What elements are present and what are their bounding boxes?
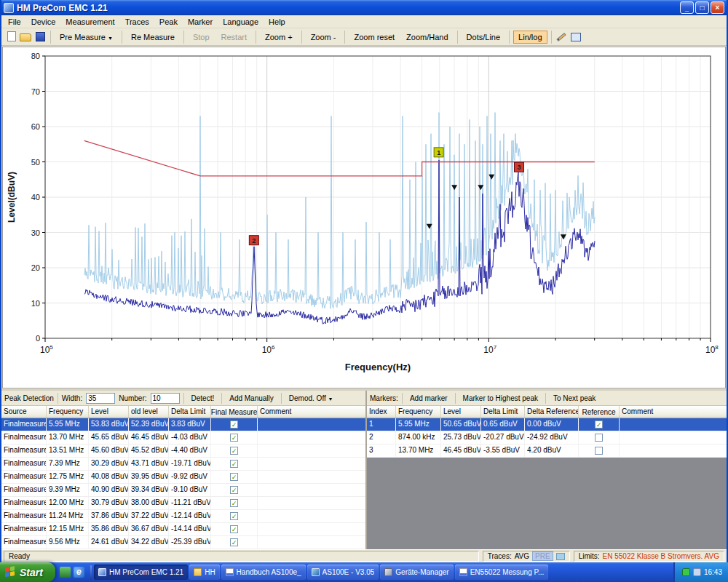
- menu-item-measurement[interactable]: Measurement: [60, 16, 119, 28]
- column-header[interactable]: Index: [367, 406, 396, 418]
- menu-item-file[interactable]: File: [3, 16, 26, 28]
- menu-item-peak[interactable]: Peak: [154, 16, 183, 28]
- peak-table-row[interactable]: Finalmeasure11.24 MHz37.86 dBuV37.22 dBu…: [1, 510, 365, 523]
- table-cell: 12.15 MHz: [47, 523, 89, 535]
- menu-item-marker[interactable]: Marker: [183, 16, 218, 28]
- table-cell: 39.95 dBuV: [129, 471, 169, 483]
- tray-volume-icon[interactable]: [693, 568, 701, 576]
- to-next-peak-button[interactable]: To Next peak: [550, 394, 599, 403]
- chart-marker-1[interactable]: 1: [434, 148, 443, 157]
- menu-item-language[interactable]: Language: [218, 16, 264, 28]
- title-bar[interactable]: HM PreCom EMC 1.21 _ □ ×: [1, 0, 727, 15]
- peak-table-row[interactable]: Finalmeasure9.56 MHz24.61 dBuV34.22 dBuV…: [1, 536, 365, 549]
- toolbar-separator: [122, 31, 122, 44]
- open-file-icon[interactable]: [20, 31, 31, 42]
- checkbox[interactable]: ✓: [230, 512, 238, 520]
- taskbar-item[interactable]: HM PreCom EMC 1.21: [94, 565, 188, 580]
- peak-table-row[interactable]: Finalmeasure13.70 MHz45.65 dBuV46.45 dBu…: [1, 431, 365, 445]
- start-button[interactable]: Start: [0, 562, 55, 582]
- lin-log-button[interactable]: Lin/log: [513, 31, 547, 44]
- column-header[interactable]: Frequency: [47, 406, 89, 418]
- number-input[interactable]: [151, 393, 180, 404]
- marker-table-row[interactable]: 313.70 MHz46.45 dBuV-3.55 dBuV4.20 dBuV: [367, 445, 727, 458]
- column-header[interactable]: Reference: [579, 406, 620, 418]
- chart-marker-3[interactable]: 3: [514, 162, 523, 172]
- taskbar-item-label: HM PreCom EMC 1.21: [109, 568, 183, 576]
- column-header[interactable]: Comment: [258, 406, 365, 418]
- spectrum-chart[interactable]: 01020304050607080105106107108Frequency(H…: [3, 47, 725, 388]
- peak-table-row[interactable]: Finalmeasure12.75 MHz40.08 dBuV39.95 dBu…: [1, 471, 365, 484]
- menu-item-help[interactable]: Help: [264, 16, 290, 28]
- checkbox[interactable]: ✓: [230, 460, 238, 468]
- column-header[interactable]: Delta Reference: [525, 406, 579, 418]
- peak-table-row[interactable]: Finalmeasure12.00 MHz30.79 dBuV38.00 dBu…: [1, 497, 365, 510]
- taskbar-item[interactable]: Geräte-Manager: [380, 565, 453, 580]
- menu-item-traces[interactable]: Traces: [120, 16, 154, 28]
- peak-table-row[interactable]: Finalmeasure13.51 MHz45.60 dBuV45.52 dBu…: [1, 445, 365, 458]
- re-measure-button[interactable]: Re Measure: [126, 31, 180, 44]
- chart-marker-2[interactable]: 2: [249, 236, 258, 245]
- column-header[interactable]: old level: [129, 406, 169, 418]
- taskbar-item[interactable]: HH: [189, 565, 219, 580]
- table-cell: [258, 445, 365, 457]
- save-icon[interactable]: [34, 31, 46, 42]
- close-button[interactable]: ×: [711, 1, 724, 14]
- marker-to-highest-peak-button[interactable]: Marker to Highest peak: [459, 394, 542, 403]
- zoom-reset-button[interactable]: Zoom reset: [349, 31, 400, 44]
- tray-status-icon[interactable]: [682, 568, 690, 576]
- minimize-button[interactable]: _: [680, 1, 694, 14]
- taskbar-item[interactable]: Handbuch AS100e_: [221, 565, 306, 580]
- new-file-icon[interactable]: [5, 31, 17, 42]
- column-header[interactable]: Source: [1, 406, 47, 418]
- checkbox[interactable]: ✓: [230, 486, 238, 494]
- column-header[interactable]: Comment: [620, 406, 727, 418]
- checkbox[interactable]: ✓: [230, 434, 238, 442]
- checkbox[interactable]: ✓: [595, 420, 603, 428]
- checkbox[interactable]: ✓: [230, 473, 238, 481]
- zoom-out-button[interactable]: Zoom -: [306, 31, 341, 44]
- detect-button[interactable]: Detect!: [188, 394, 218, 403]
- checkbox[interactable]: ✓: [230, 538, 238, 546]
- checkbox[interactable]: ✓: [230, 420, 238, 428]
- checkbox[interactable]: ✓: [230, 447, 238, 455]
- table-cell: 34.22 dBuV: [129, 536, 169, 549]
- internet-explorer-icon[interactable]: e: [74, 567, 84, 578]
- scope-icon[interactable]: [571, 31, 582, 42]
- checkbox[interactable]: ✓: [230, 525, 238, 533]
- peak-table-row[interactable]: Finalmeasure7.39 MHz30.29 dBuV43.71 dBuV…: [1, 458, 365, 471]
- taskbar-item[interactable]: AS100E - V3.05: [307, 565, 379, 580]
- table-cell: 9.56 MHz: [47, 536, 89, 549]
- pencil-icon[interactable]: [556, 31, 568, 42]
- toolbar-separator: [256, 31, 256, 44]
- width-input[interactable]: [86, 393, 115, 404]
- zoom-hand-button[interactable]: Zoom/Hand: [401, 31, 453, 44]
- column-header[interactable]: Delta Limit: [481, 406, 525, 418]
- checkbox[interactable]: [595, 447, 603, 455]
- table-cell: -14.14 dBuV: [169, 523, 211, 535]
- checkbox[interactable]: ✓: [230, 499, 238, 507]
- taskbar-item[interactable]: EN55022 Messung P...: [455, 565, 549, 580]
- marker-table-row[interactable]: 2874.00 kHz25.73 dBuV-20.27 dBuV-24.92 d…: [367, 431, 727, 445]
- column-header[interactable]: Delta Limit: [169, 406, 211, 418]
- peak-trace: [84, 113, 595, 309]
- add-manually-button[interactable]: Add Manually: [226, 394, 277, 403]
- dots-line-button[interactable]: Dots/Line: [462, 31, 505, 44]
- column-header[interactable]: Level: [89, 406, 129, 418]
- zoom-in-button[interactable]: Zoom +: [260, 31, 298, 44]
- peak-table-row[interactable]: Finalmeasure12.15 MHz35.86 dBuV36.67 dBu…: [1, 523, 365, 536]
- demod-dropdown[interactable]: Demod. Off ▼: [285, 394, 337, 403]
- pre-measure-button[interactable]: Pre Measure ▼: [55, 31, 118, 44]
- column-header[interactable]: Frequency: [396, 406, 441, 418]
- maximize-button[interactable]: □: [695, 1, 709, 14]
- checkbox[interactable]: [595, 434, 603, 442]
- table-cell: Finalmeasure: [1, 471, 47, 483]
- desktop-icon[interactable]: [60, 567, 71, 578]
- column-header[interactable]: Level: [441, 406, 481, 418]
- peak-table-row[interactable]: Finalmeasure5.95 MHz53.83 dBuV52.39 dBuV…: [1, 418, 365, 431]
- menu-item-device[interactable]: Device: [26, 16, 61, 28]
- table-cell: -19.71 dBuV: [169, 458, 211, 470]
- peak-table-row[interactable]: Finalmeasure9.39 MHz40.90 dBuV39.34 dBuV…: [1, 484, 365, 497]
- add-marker-button[interactable]: Add marker: [406, 394, 451, 403]
- marker-table-row[interactable]: 15.95 MHz50.65 dBuV0.65 dBuV0.00 dBuV✓: [367, 418, 727, 431]
- column-header[interactable]: Final Measure: [211, 406, 258, 418]
